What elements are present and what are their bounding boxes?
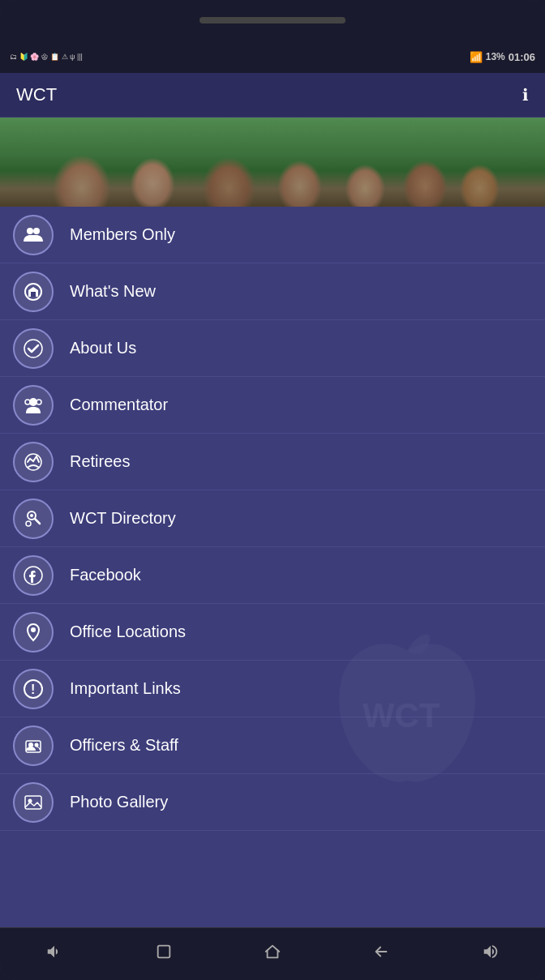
svg-point-20 [35, 742, 39, 747]
members-only-label: Members Only [70, 225, 175, 244]
svg-point-11 [30, 514, 33, 517]
header-image [0, 118, 545, 207]
notch-pill [200, 17, 345, 24]
menu-item-members-only[interactable]: Members Only [0, 207, 545, 263]
svg-line-12 [35, 519, 40, 524]
volume-down-button[interactable] [29, 936, 79, 972]
svg-point-15 [31, 627, 36, 632]
image-overlay [0, 118, 545, 207]
battery-level: 13% [486, 51, 505, 62]
time-display: 01:06 [509, 51, 535, 63]
svg-rect-23 [157, 946, 170, 958]
svg-point-5 [24, 340, 42, 357]
menu-item-about-us[interactable]: About Us [0, 320, 545, 377]
commentator-icon [13, 385, 54, 426]
officers-staff-label: Officers & Staff [70, 736, 178, 755]
menu-item-retirees[interactable]: Retirees [0, 434, 545, 490]
office-locations-label: Office Locations [70, 623, 186, 641]
home-button[interactable] [247, 936, 298, 972]
main-content: WCT Members Only [0, 207, 545, 927]
wct-directory-icon [13, 499, 54, 539]
navigation-bar [0, 927, 545, 980]
menu-item-wct-directory[interactable]: WCT Directory [0, 490, 545, 547]
photo-gallery-icon [13, 782, 54, 823]
status-icons-right: 📶 13% 01:06 [470, 51, 535, 63]
whats-new-label: What's New [70, 282, 156, 301]
facebook-label: Facebook [70, 566, 141, 584]
svg-rect-21 [25, 796, 41, 809]
whats-new-icon [13, 272, 54, 312]
menu-item-commentator[interactable]: Commentator [0, 377, 545, 434]
notification-icons: 🗂 🔰 🌸 🏵 📋 ⚠ ψ ||| [10, 53, 83, 61]
menu-item-facebook[interactable]: Facebook [0, 547, 545, 604]
info-icon[interactable]: ℹ [522, 85, 529, 105]
photo-gallery-label: Photo Gallery [70, 793, 168, 811]
menu-item-important-links[interactable]: ! Important Links [0, 661, 545, 717]
status-bar: 🗂 🔰 🌸 🏵 📋 ⚠ ψ ||| 📶 13% 01:06 [0, 41, 545, 73]
about-us-label: About Us [70, 339, 136, 357]
menu-list: Members Only What's New [0, 207, 545, 927]
volume-up-button[interactable] [466, 936, 516, 972]
phone-frame: 🗂 🔰 🌸 🏵 📋 ⚠ ψ ||| 📶 13% 01:06 WCT ℹ WCT [0, 0, 545, 980]
svg-point-13 [26, 521, 31, 526]
svg-point-1 [27, 228, 33, 234]
svg-point-2 [33, 228, 40, 234]
about-us-icon [13, 328, 54, 369]
wct-directory-label: WCT Directory [70, 509, 176, 528]
app-bar: WCT ℹ [0, 73, 545, 118]
facebook-icon [13, 555, 54, 596]
svg-text:!: ! [31, 683, 35, 696]
menu-item-office-locations[interactable]: Office Locations [0, 604, 545, 661]
office-locations-icon [13, 612, 54, 653]
back-button[interactable] [356, 936, 406, 972]
commentator-label: Commentator [70, 396, 168, 414]
important-links-label: Important Links [70, 679, 181, 698]
officers-staff-icon [13, 725, 54, 766]
retirees-icon [13, 442, 54, 482]
app-title: WCT [16, 84, 57, 105]
wifi-icon: 📶 [470, 51, 483, 63]
top-notch [0, 0, 545, 41]
menu-item-officers-staff[interactable]: Officers & Staff [0, 717, 545, 774]
important-links-icon: ! [13, 669, 54, 709]
svg-rect-4 [31, 292, 36, 297]
menu-item-whats-new[interactable]: What's New [0, 263, 545, 320]
recent-apps-button[interactable] [139, 936, 189, 972]
menu-item-photo-gallery[interactable]: Photo Gallery [0, 774, 545, 831]
members-only-icon [13, 215, 54, 255]
status-icons-left: 🗂 🔰 🌸 🏵 📋 ⚠ ψ ||| [10, 53, 83, 61]
retirees-label: Retirees [70, 452, 130, 471]
